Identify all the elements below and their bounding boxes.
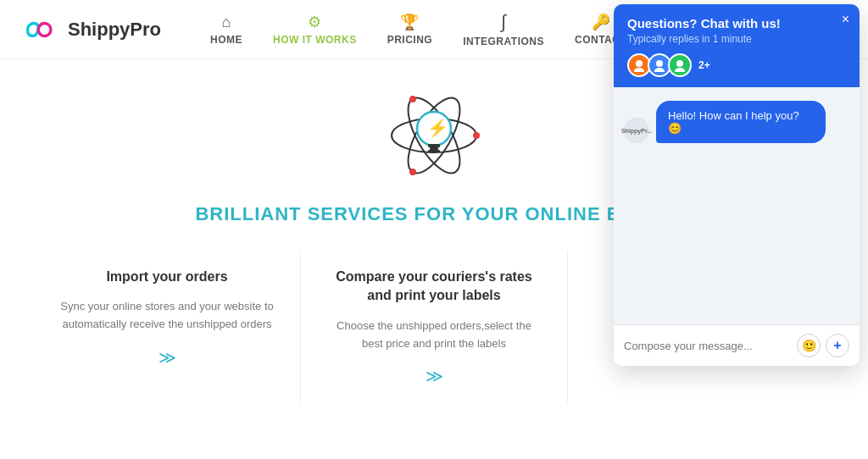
attach-button[interactable]: + [826,334,849,357]
logo[interactable]: ShippyPro [17,16,161,43]
nav-integrations-label: INTEGRATIONS [463,36,544,47]
chat-bot-avatar: ShippyPr... [624,118,649,143]
svg-point-14 [654,68,665,72]
nav-pricing[interactable]: 🏆 PRICING [372,13,448,46]
avatar-count: 2+ [698,59,710,71]
chat-avatars: 2+ [627,53,846,77]
svg-text:⚡: ⚡ [427,118,448,138]
svg-point-11 [636,60,643,67]
feature-1-chevron: ≫ [59,347,275,368]
svg-rect-8 [428,144,440,147]
svg-point-16 [675,68,685,72]
svg-point-5 [409,96,416,102]
nav-how-label: HOW IT WORKS [273,34,357,46]
logo-text: ShippyPro [68,19,161,41]
gear-icon: ⚙ [308,13,321,31]
chat-close-button[interactable]: × [842,13,849,26]
svg-rect-10 [428,150,440,152]
chat-footer: 🙂 + [614,324,860,366]
feature-2: Compare your couriers's rates and print … [301,251,568,403]
svg-rect-9 [430,147,438,150]
svg-point-15 [676,60,683,67]
chat-widget: × Questions? Chat with us! Typically rep… [614,4,860,366]
home-icon: ⌂ [222,14,231,31]
chat-message-row: ShippyPr... Hello! How can I help you? 😊 [624,101,849,143]
integrations-icon: ∫ [501,11,506,33]
nav-how-it-works[interactable]: ⚙ HOW IT WORKS [258,13,372,46]
nav-integrations[interactable]: ∫ INTEGRATIONS [448,11,559,47]
hero-icon: ⚡ [383,85,485,186]
svg-point-4 [409,169,416,175]
svg-point-12 [634,68,644,72]
nav-pricing-label: PRICING [387,34,433,46]
chat-compose-input[interactable] [624,340,790,352]
feature-1: Import your orders Sync your online stor… [34,251,301,403]
feature-1-desc: Sync your online stores and your website… [59,298,275,334]
svg-point-13 [656,60,663,67]
feature-2-desc: Choose the unshipped orders,select the b… [326,318,542,353]
trophy-icon: 🏆 [400,13,419,31]
key-icon: 🔑 [592,13,610,31]
chat-body: ShippyPr... Hello! How can I help you? 😊 [614,87,860,324]
feature-2-chevron: ≫ [326,366,542,386]
chat-bubble: Hello! How can I help you? 😊 [656,101,826,143]
chat-header: × Questions? Chat with us! Typically rep… [614,4,860,87]
bot-label: ShippyPr... [621,128,652,134]
emoji-button[interactable]: 🙂 [797,334,821,357]
svg-point-3 [473,132,480,139]
logo-icon [17,16,59,43]
chat-title: Questions? Chat with us! [627,16,846,30]
nav-home[interactable]: ⌂ HOME [195,14,258,46]
feature-2-title: Compare your couriers's rates and print … [326,268,542,306]
chat-footer-icons: 🙂 + [797,334,849,357]
feature-1-title: Import your orders [59,268,275,286]
nav-home-label: HOME [210,34,242,46]
chat-subtitle: Typically replies in 1 minute [627,33,846,45]
avatar-3 [668,53,692,77]
